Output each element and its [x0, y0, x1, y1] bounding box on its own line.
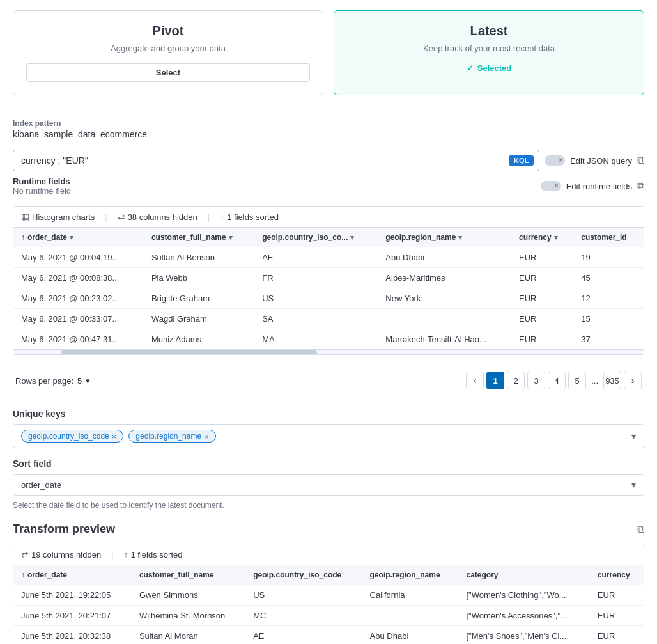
main-table: ↑ order_date ▾ customer_full_name ▾ [13, 228, 644, 349]
page-3-button[interactable]: 3 [527, 372, 545, 389]
col-order-date[interactable]: ↑ order_date ▾ [13, 228, 144, 247]
transform-table-cell-0: June 5th 2021, 20:21:07 [13, 606, 132, 626]
transform-columns-icon: ⇄ [21, 549, 29, 560]
transform-preview-section: Transform preview ⧉ ⇄ 19 columns hidden … [13, 522, 644, 644]
unique-keys-dropdown-arrow[interactable]: ▾ [631, 431, 636, 441]
runtime-fields-value: No runtime field [13, 186, 71, 196]
sort-field-container[interactable]: order_date ▾ [13, 474, 644, 496]
query-input[interactable] [13, 150, 509, 171]
json-query-toggle-row: Edit JSON query ⧉ [545, 155, 644, 166]
table-cell-1: Brigitte Graham [144, 288, 254, 309]
transform-columns-hidden-label: 19 columns hidden [31, 550, 101, 560]
table-cell-4: EUR [511, 329, 573, 350]
transform-table-cell-4: ["Men's Shoes","Men's Cl... [458, 626, 589, 645]
table-cell-3: Marrakech-Tensift-Al Hao... [378, 329, 511, 350]
tp-col-category[interactable]: category [458, 565, 589, 585]
index-pattern-value: kibana_sample_data_ecommerce [13, 129, 644, 139]
transform-table-cell-0: June 5th 2021, 20:32:38 [13, 626, 132, 645]
toolbar-separator-2: | [208, 212, 210, 222]
col-geoip-region[interactable]: geoip.region_name ▾ [378, 228, 511, 247]
tp-col-customer-name[interactable]: customer_full_name [132, 565, 245, 585]
page-1-button[interactable]: 1 [486, 372, 504, 389]
col-customer-id[interactable]: customer_id [573, 228, 644, 247]
pivot-card: Pivot Aggregate and group your data Sele… [13, 10, 323, 95]
table-cell-2: US [254, 288, 378, 309]
table-row: June 5th 2021, 19:22:05Gwen SimmonsUSCal… [13, 585, 644, 606]
table-cell-5: 37 [573, 329, 644, 350]
columns-hidden-button[interactable]: ⇄ 38 columns hidden [118, 212, 197, 222]
rows-per-page-selector[interactable]: Rows per page: 5 ▾ [15, 376, 90, 386]
table-cell-1: Muniz Adams [144, 329, 254, 350]
columns-hidden-label: 38 columns hidden [128, 212, 197, 222]
sort-field-dropdown-arrow[interactable]: ▾ [631, 480, 636, 490]
tp-sort-icon: ↑ [21, 570, 25, 579]
table-cell-0: May 6, 2021 @ 00:33:07... [13, 309, 144, 329]
table-cell-5: 19 [573, 247, 644, 268]
table-cell-4: EUR [511, 247, 573, 268]
type-selector: Pivot Aggregate and group your data Sele… [13, 0, 644, 106]
copy-runtime-icon[interactable]: ⧉ [637, 180, 644, 192]
unique-keys-section: Unique keys geoip.country_iso_code × geo… [13, 409, 644, 448]
runtime-fields-row: Runtime fields No runtime field Edit run… [13, 177, 644, 196]
transform-fields-sorted-button[interactable]: ↑ 1 fields sorted [124, 549, 183, 560]
json-query-toggle[interactable] [545, 155, 565, 166]
table-cell-0: May 6, 2021 @ 00:08:38... [13, 268, 144, 288]
transform-sort-icon: ↑ [124, 549, 128, 560]
sort-field-hint: Select the date field to be used to iden… [13, 501, 644, 510]
col-chevron-1: ▾ [229, 233, 233, 242]
sort-field-value: order_date [21, 480, 61, 490]
histogram-label: Histogram charts [32, 212, 95, 222]
table-cell-3: Alpes-Maritimes [378, 268, 511, 288]
query-bar-row: KQL Edit JSON query ⧉ [13, 150, 644, 171]
transform-preview-table-container: ⇄ 19 columns hidden | ↑ 1 fields sorted [13, 544, 644, 644]
table-cell-0: May 6, 2021 @ 00:04:19... [13, 247, 144, 268]
page-4-button[interactable]: 4 [548, 372, 566, 389]
query-input-wrapper: KQL [13, 150, 539, 171]
transform-table-cell-0: June 5th 2021, 19:22:05 [13, 585, 132, 606]
table-cell-1: Sultan Al Benson [144, 247, 254, 268]
transform-columns-hidden-button[interactable]: ⇄ 19 columns hidden [21, 549, 101, 560]
table-row: May 6, 2021 @ 00:23:02...Brigitte Graham… [13, 288, 644, 309]
transform-preview-table: ↑ order_date customer_full_name [13, 565, 644, 644]
toolbar-separator-1: | [105, 212, 107, 222]
histogram-charts-button[interactable]: ▦ Histogram charts [21, 212, 95, 222]
remove-country-tag-button[interactable]: × [112, 432, 117, 441]
copy-transform-icon[interactable]: ⧉ [637, 524, 644, 535]
transform-table-cell-1: Sultan Al Moran [132, 626, 245, 645]
page-935-button[interactable]: 935 [603, 372, 621, 389]
transform-table-body: June 5th 2021, 19:22:05Gwen SimmonsUSCal… [13, 585, 644, 645]
col-customer-full-name[interactable]: customer_full_name ▾ [144, 228, 254, 247]
tp-col-country[interactable]: geoip.country_iso_code [245, 565, 362, 585]
transform-table-cell-3 [362, 606, 459, 626]
runtime-fields-toggle[interactable] [541, 181, 561, 191]
tp-col-currency[interactable]: currency [590, 565, 644, 585]
table-cell-3: Abu Dhabi [378, 247, 511, 268]
table-row: May 6, 2021 @ 00:33:07...Wagdi GrahamSAE… [13, 309, 644, 329]
fields-sorted-label: 1 fields sorted [227, 212, 279, 222]
tp-col-order-date[interactable]: ↑ order_date [13, 565, 132, 585]
transform-table-cell-4: ["Women's Accessories","... [458, 606, 589, 626]
col-currency[interactable]: currency ▾ [511, 228, 573, 247]
page-2-button[interactable]: 2 [507, 372, 525, 389]
table-row: June 5th 2021, 20:21:07Wilhemina St. Mor… [13, 606, 644, 626]
tp-col-region[interactable]: geoip.region_name [362, 565, 459, 585]
next-page-button[interactable]: › [624, 372, 642, 389]
table-cell-4: EUR [511, 309, 573, 329]
transform-table-cell-1: Gwen Simmons [132, 585, 245, 606]
main-table-header-row: ↑ order_date ▾ customer_full_name ▾ [13, 228, 644, 247]
horizontal-scrollbar[interactable] [13, 349, 644, 354]
latest-description: Keep track of your most recent data [347, 43, 631, 53]
pivot-select-button[interactable]: Select [26, 63, 310, 82]
rows-per-page-label: Rows per page: [15, 376, 73, 386]
index-pattern-section: Index pattern kibana_sample_data_ecommer… [13, 119, 644, 139]
page-5-button[interactable]: 5 [568, 372, 586, 389]
pivot-title: Pivot [26, 24, 310, 38]
remove-region-tag-button[interactable]: × [204, 432, 209, 441]
fields-sorted-button[interactable]: ↑ 1 fields sorted [220, 212, 279, 222]
edit-runtime-label: Edit runtime fields [566, 182, 632, 191]
transform-toolbar-separator: | [111, 550, 113, 560]
prev-page-button[interactable]: ‹ [466, 372, 484, 389]
copy-json-icon[interactable]: ⧉ [637, 155, 644, 166]
col-geoip-country[interactable]: geoip.country_iso_co... ▾ [254, 228, 378, 247]
checkmark-icon: ✓ [467, 63, 474, 73]
